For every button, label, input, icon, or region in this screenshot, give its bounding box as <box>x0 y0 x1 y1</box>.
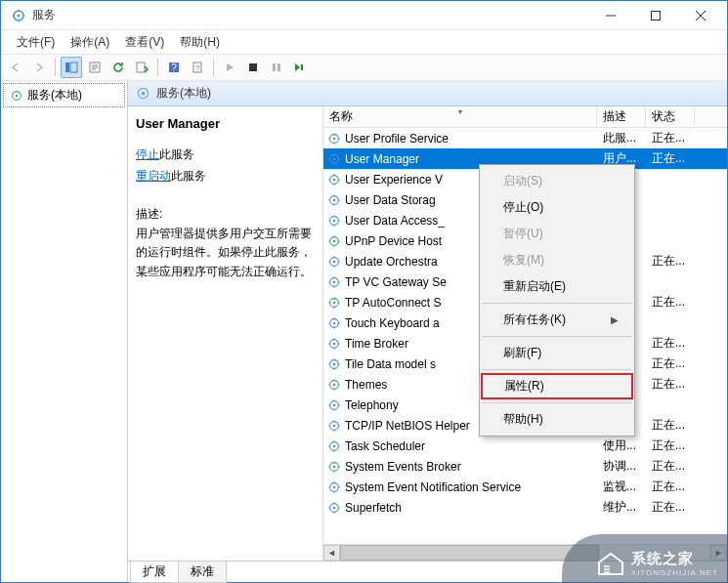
restart-link-suffix: 此服务 <box>171 169 206 183</box>
gear-icon <box>327 275 341 289</box>
gear-icon <box>327 501 341 515</box>
properties-button[interactable] <box>84 57 106 78</box>
gear-icon <box>327 193 341 207</box>
svg-point-44 <box>333 383 336 386</box>
menubar: 文件(F) 操作(A) 查看(V) 帮助(H) <box>1 30 727 54</box>
ctx-stop[interactable]: 停止(O) <box>480 194 634 221</box>
minimize-button[interactable] <box>588 2 633 29</box>
service-desc: 监视... <box>597 479 646 495</box>
tab-standard[interactable]: 标准 <box>178 562 227 583</box>
start-service-button[interactable] <box>219 57 240 78</box>
gear-icon <box>327 316 341 330</box>
svg-rect-3 <box>65 62 69 72</box>
window-title: 服务 <box>32 7 588 23</box>
ctx-help[interactable]: 帮助(H) <box>480 406 634 433</box>
svg-point-32 <box>333 260 336 263</box>
menu-view[interactable]: 查看(V) <box>117 32 172 53</box>
col-name-header[interactable]: 名称 ▾ <box>323 106 597 127</box>
svg-point-50 <box>333 444 336 447</box>
ctx-separator <box>482 336 632 337</box>
service-name: System Events Broker <box>345 460 461 474</box>
service-name: Telephony <box>345 398 399 412</box>
menu-file[interactable]: 文件(F) <box>9 32 63 53</box>
gear-icon <box>327 152 341 166</box>
svg-rect-11 <box>249 63 257 71</box>
col-desc-header[interactable]: 描述 <box>597 106 646 127</box>
close-button[interactable] <box>678 2 723 29</box>
service-name: TP VC Gateway Se <box>345 275 447 289</box>
gear-icon <box>327 337 341 351</box>
tree-root-item[interactable]: 服务(本地) <box>3 83 125 107</box>
stop-service-button[interactable] <box>242 57 264 78</box>
svg-point-18 <box>142 92 146 96</box>
ctx-pause[interactable]: 暂停(U) <box>480 221 634 247</box>
ctx-separator <box>482 369 632 370</box>
ctx-restart[interactable]: 重新启动(E) <box>480 273 634 300</box>
gear-icon <box>327 255 341 269</box>
stop-service-link[interactable]: 停止 <box>136 147 159 161</box>
service-name: User Manager <box>345 152 419 166</box>
col-name-label: 名称 <box>329 108 353 125</box>
help-button[interactable]: ? <box>163 57 185 78</box>
stop-link-suffix: 此服务 <box>159 147 194 161</box>
restart-service-button[interactable] <box>289 57 311 78</box>
ctx-properties[interactable]: 属性(R) <box>481 373 633 399</box>
svg-point-38 <box>333 321 336 324</box>
svg-point-34 <box>333 280 336 283</box>
tab-extended[interactable]: 扩展 <box>130 562 179 583</box>
svg-point-56 <box>333 506 336 509</box>
ctx-separator <box>482 303 632 304</box>
list-header: 名称 ▾ 描述 状态 <box>323 106 727 128</box>
svg-text:?: ? <box>171 62 177 73</box>
service-status: 正在... <box>646 130 695 146</box>
service-name: UPnP Device Host <box>345 234 442 248</box>
watermark: 系统之家 XITONGZHIJIA.NET <box>596 550 718 577</box>
svg-rect-13 <box>278 63 280 71</box>
service-status: 正在... <box>646 253 695 270</box>
svg-point-54 <box>333 485 336 488</box>
titlebar: 服务 <box>1 1 727 30</box>
svg-point-16 <box>16 94 19 97</box>
nav-back-button[interactable] <box>5 57 26 78</box>
svg-rect-2 <box>652 11 661 20</box>
service-name: Update Orchestra <box>345 255 438 269</box>
list-item[interactable]: System Events Broker协调...正在... <box>323 456 727 477</box>
service-desc: 使用... <box>597 437 646 454</box>
service-status: 正在... <box>646 479 695 495</box>
menu-help[interactable]: 帮助(H) <box>172 32 228 53</box>
service-status: 正在... <box>646 355 695 372</box>
service-name: User Experience V <box>345 173 443 187</box>
service-name: Task Scheduler <box>345 439 425 453</box>
svg-point-46 <box>333 403 336 406</box>
ctx-refresh[interactable]: 刷新(F) <box>480 340 634 366</box>
refresh-button[interactable] <box>107 57 129 78</box>
service-name: Time Broker <box>345 337 408 351</box>
list-item[interactable]: Superfetch维护...正在... <box>323 497 727 518</box>
col-status-header[interactable]: 状态 <box>646 106 695 127</box>
service-status: 正在... <box>646 335 695 352</box>
maximize-button[interactable] <box>633 2 678 29</box>
menu-action[interactable]: 操作(A) <box>63 32 117 53</box>
list-item[interactable]: System Event Notification Service监视...正在… <box>323 477 727 497</box>
scroll-left-button[interactable]: ◄ <box>323 545 340 561</box>
service-name: TP AutoConnect S <box>345 296 442 310</box>
list-item[interactable]: Task Scheduler使用...正在... <box>323 436 727 456</box>
show-hide-tree-button[interactable] <box>61 57 82 78</box>
ctx-resume[interactable]: 恢复(M) <box>480 247 634 273</box>
svg-point-52 <box>333 465 336 468</box>
ctx-all-tasks[interactable]: 所有任务(K)▶ <box>480 307 634 333</box>
service-status: 正在... <box>646 417 695 434</box>
svg-point-1 <box>18 14 21 17</box>
restart-service-link[interactable]: 重启动 <box>136 169 171 183</box>
export-button[interactable] <box>131 57 152 78</box>
gear-icon <box>327 234 341 248</box>
ctx-start[interactable]: 启动(S) <box>480 168 634 194</box>
pause-service-button[interactable] <box>266 57 287 78</box>
list-item[interactable]: User Profile Service此服...正在... <box>323 128 727 148</box>
scrollbar-thumb[interactable] <box>340 545 599 561</box>
svg-text:?: ? <box>195 63 200 72</box>
service-status: 正在... <box>646 499 695 516</box>
pane-header: 服务(本地) <box>128 81 727 106</box>
help-topics-button[interactable]: ? <box>187 57 208 78</box>
nav-forward-button[interactable] <box>28 57 50 78</box>
